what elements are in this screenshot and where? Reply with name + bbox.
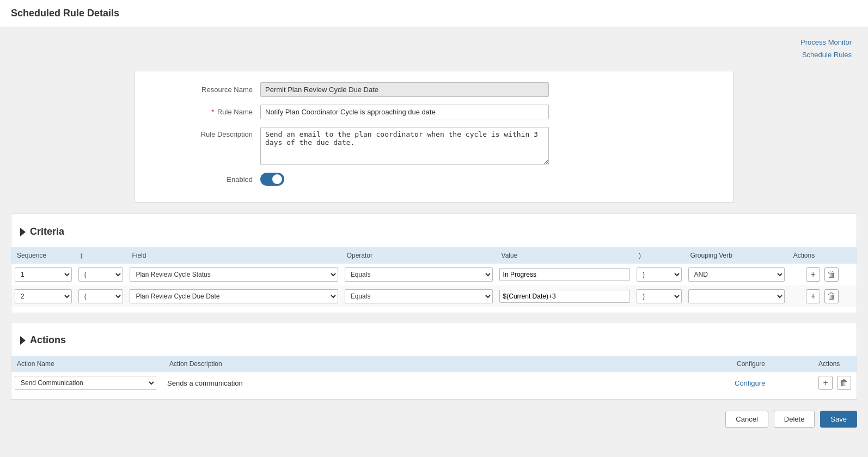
criteria-row-2: 2 ( Plan Review Cycle Due Date Equals ) xyxy=(11,285,857,307)
close-paren-select-2[interactable]: ) xyxy=(637,289,682,303)
action-row-1: Send Communication Sends a communication… xyxy=(11,372,857,394)
col-operator: Operator xyxy=(341,247,496,264)
rule-desc-input[interactable]: Send an email to the plan coordinator wh… xyxy=(260,127,549,165)
criteria-collapse-icon[interactable] xyxy=(20,228,26,236)
col-value: Value xyxy=(496,247,633,264)
criteria-header-row: Sequence ( Field Operator Value ) Groupi… xyxy=(11,247,857,264)
enabled-row: Enabled xyxy=(151,173,717,186)
operator-select-1[interactable]: Equals xyxy=(345,267,493,282)
criteria-del-btn-2[interactable]: 🗑 xyxy=(824,289,839,303)
col-actions: Actions xyxy=(788,247,857,264)
col-action-desc: Action Description xyxy=(164,356,731,372)
schedule-rules-link[interactable]: Schedule Rules xyxy=(800,51,852,59)
criteria-add-btn-1[interactable]: + xyxy=(806,267,820,282)
actions-header: Actions xyxy=(20,328,848,350)
close-paren-select-1[interactable]: ) xyxy=(637,267,682,282)
field-select-1[interactable]: Plan Review Cycle Status xyxy=(130,267,338,282)
col-open-paren: ( xyxy=(75,247,127,264)
footer-buttons: Cancel Delete Save xyxy=(11,411,857,438)
open-paren-select-1[interactable]: ( xyxy=(78,267,124,282)
operator-select-2[interactable]: Equals xyxy=(345,289,493,303)
actions-title-bar: Actions xyxy=(11,322,857,352)
enabled-toggle[interactable] xyxy=(260,173,284,186)
rule-name-input[interactable] xyxy=(260,105,549,119)
required-star: * xyxy=(211,108,214,116)
criteria-header: Criteria xyxy=(20,220,848,242)
actions-table: Action Name Action Description Configure… xyxy=(11,356,857,394)
criteria-add-btn-2[interactable]: + xyxy=(806,289,820,303)
toggle-slider xyxy=(260,173,284,186)
rule-name-label: * Rule Name xyxy=(151,105,260,116)
actions-title: Actions xyxy=(30,334,66,346)
process-monitor-link[interactable]: Process Monitor xyxy=(800,38,852,46)
configure-link-1[interactable]: Configure xyxy=(735,379,765,387)
value-input-2[interactable] xyxy=(499,290,630,303)
rule-desc-label: Rule Description xyxy=(151,127,260,138)
resource-name-row: Resource Name xyxy=(151,82,717,97)
criteria-table: Sequence ( Field Operator Value ) Groupi… xyxy=(11,247,857,307)
criteria-section: Criteria Sequence ( Field Operator Value… xyxy=(11,214,857,313)
grouping-select-2[interactable] xyxy=(688,289,785,303)
value-input-1[interactable] xyxy=(499,268,630,281)
action-del-btn-1[interactable]: 🗑 xyxy=(837,376,851,390)
delete-button[interactable]: Delete xyxy=(774,411,815,428)
criteria-del-btn-1[interactable]: 🗑 xyxy=(824,267,839,282)
col-grouping-verb: Grouping Verb xyxy=(685,247,788,264)
enabled-label: Enabled xyxy=(151,175,260,184)
col-configure: Configure xyxy=(731,356,813,372)
seq-select-1[interactable]: 1 xyxy=(15,267,72,282)
col-action-name: Action Name xyxy=(11,356,164,372)
grouping-select-1[interactable]: AND xyxy=(688,267,785,282)
field-select-2[interactable]: Plan Review Cycle Due Date xyxy=(130,289,338,303)
col-act-actions: Actions xyxy=(813,356,857,372)
cancel-button[interactable]: Cancel xyxy=(725,411,768,428)
resource-name-label: Resource Name xyxy=(151,82,260,94)
criteria-title-bar: Criteria xyxy=(11,214,857,244)
col-field: Field xyxy=(126,247,341,264)
top-links: Process Monitor Schedule Rules xyxy=(800,38,852,63)
rule-form: Resource Name * Rule Name Rule Descripti… xyxy=(135,71,733,203)
seq-select-2[interactable]: 2 xyxy=(15,289,72,303)
action-desc-1: Sends a communication xyxy=(164,372,731,394)
action-name-select-1[interactable]: Send Communication xyxy=(15,376,156,390)
save-button[interactable]: Save xyxy=(820,411,857,428)
actions-header-row: Action Name Action Description Configure… xyxy=(11,356,857,372)
actions-section: Actions Action Name Action Description C… xyxy=(11,322,857,400)
rule-desc-row: Rule Description Send an email to the pl… xyxy=(151,127,717,165)
col-sequence: Sequence xyxy=(11,247,75,264)
col-close-paren: ) xyxy=(633,247,685,264)
action-add-btn-1[interactable]: + xyxy=(818,376,833,390)
actions-collapse-icon[interactable] xyxy=(20,336,26,345)
resource-name-input xyxy=(260,82,549,97)
criteria-row-1: 1 ( Plan Review Cycle Status Equals ) xyxy=(11,264,857,285)
rule-name-row: * Rule Name xyxy=(151,105,717,119)
criteria-title: Criteria xyxy=(30,226,64,237)
open-paren-select-2[interactable]: ( xyxy=(78,289,124,303)
page-title: Scheduled Rule Details xyxy=(0,0,868,27)
